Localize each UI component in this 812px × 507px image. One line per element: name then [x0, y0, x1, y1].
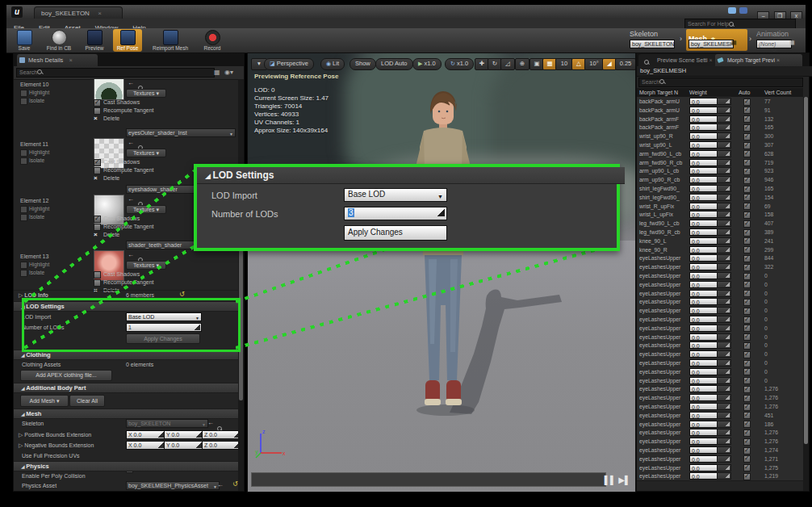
- neg-bounds-y-input[interactable]: Y 0.0: [164, 441, 203, 450]
- morph-auto-checkbox[interactable]: [743, 237, 751, 245]
- morph-auto-checkbox[interactable]: [743, 429, 751, 437]
- physics-asset-dropdown[interactable]: boy_SKELMESH_PhysicsAsset▼: [126, 481, 220, 490]
- morph-weight-input[interactable]: 0.0: [689, 438, 720, 445]
- morph-auto-checkbox[interactable]: [743, 107, 751, 114]
- morph-auto-checkbox[interactable]: [743, 168, 751, 175]
- morph-scrollbar[interactable]: [803, 97, 809, 491]
- pos-bounds-x-input[interactable]: X 0.0: [126, 430, 165, 439]
- grid-view-icon[interactable]: ▦: [214, 69, 220, 76]
- lod-auto-button[interactable]: LOD Auto: [375, 58, 413, 70]
- morph-auto-checkbox[interactable]: [743, 368, 751, 375]
- grid-snap-value[interactable]: 10: [555, 58, 573, 70]
- toolbar-record-button[interactable]: Record: [199, 29, 226, 52]
- animation-grid-icon[interactable]: ▦: [789, 40, 795, 46]
- morph-weight-input[interactable]: 0.0: [689, 107, 720, 114]
- neg-bounds-x-input[interactable]: X 0.0: [126, 441, 165, 450]
- morph-weight-spinner[interactable]: [717, 298, 731, 305]
- toolbar-ref-pose-button[interactable]: Ref Pose: [113, 29, 142, 52]
- morph-scrollbar-thumb[interactable]: [804, 97, 808, 444]
- morph-weight-spinner[interactable]: [717, 176, 731, 183]
- morph-auto-checkbox[interactable]: [743, 142, 751, 149]
- skeleton-dropdown[interactable]: boy_SKELETON▼: [126, 419, 208, 428]
- morph-weight-input[interactable]: 0.0: [689, 455, 720, 463]
- morph-auto-checkbox[interactable]: [743, 186, 751, 193]
- morph-weight-input[interactable]: 0.0: [689, 316, 720, 323]
- morph-auto-checkbox[interactable]: [743, 351, 751, 358]
- morph-weight-input[interactable]: 0.0: [689, 124, 720, 131]
- morph-auto-checkbox[interactable]: [743, 464, 751, 471]
- morph-weight-input[interactable]: 0.0: [689, 98, 720, 105]
- morph-weight-input[interactable]: 0.0: [689, 290, 720, 297]
- morph-weight-input[interactable]: 0.0: [689, 132, 720, 140]
- highlight-checkbox[interactable]: [20, 206, 27, 213]
- material-thumbnail-eye[interactable]: [94, 79, 124, 100]
- tab-close-icon[interactable]: ×: [69, 57, 72, 64]
- morph-weight-input[interactable]: 0.0: [689, 403, 720, 410]
- breadcrumb-skeleton[interactable]: Skeleton boy_SKELETON: [630, 30, 681, 52]
- isolate-checkbox[interactable]: [20, 157, 27, 165]
- morph-auto-checkbox[interactable]: [743, 133, 751, 140]
- cast-shadows-checkbox[interactable]: [94, 216, 101, 223]
- column-morph-target[interactable]: Morph Target N: [639, 88, 678, 97]
- morph-auto-checkbox[interactable]: [743, 342, 751, 350]
- morph-auto-checkbox[interactable]: [743, 124, 751, 132]
- morph-weight-spinner[interactable]: [717, 412, 731, 419]
- morph-auto-checkbox[interactable]: [743, 194, 751, 201]
- morph-weight-spinner[interactable]: [717, 446, 731, 454]
- morph-weight-input[interactable]: 0.0: [689, 246, 720, 254]
- morph-weight-spinner[interactable]: [717, 421, 731, 428]
- timeline-scrubber[interactable]: [251, 472, 606, 487]
- mesh-section-header[interactable]: Mesh: [14, 409, 238, 419]
- highlight-checkbox[interactable]: [20, 90, 27, 97]
- morph-auto-checkbox[interactable]: [743, 220, 751, 228]
- details-search-input[interactable]: Search: [16, 68, 215, 78]
- highlight-checkbox[interactable]: [20, 149, 27, 157]
- apply-changes-button[interactable]: Apply Changes: [344, 225, 447, 241]
- morph-auto-checkbox[interactable]: [743, 246, 751, 254]
- morph-weight-input[interactable]: 0.0: [689, 446, 720, 454]
- lit-mode-button[interactable]: ◉Lit: [320, 58, 345, 70]
- morph-weight-input[interactable]: 0.0: [689, 325, 720, 332]
- document-tab[interactable]: boy_SKELETON ×: [34, 6, 123, 19]
- morph-weight-input[interactable]: 0.0: [689, 368, 720, 375]
- spinner-icon[interactable]: [158, 442, 164, 448]
- delete-x-icon[interactable]: ×: [94, 115, 98, 122]
- morph-weight-spinner[interactable]: [717, 124, 731, 131]
- morph-auto-checkbox[interactable]: [743, 177, 751, 184]
- number-of-lods-input[interactable]: 3: [344, 207, 447, 220]
- morph-weight-spinner[interactable]: [717, 263, 731, 270]
- morph-weight-spinner[interactable]: [717, 377, 731, 384]
- show-menu-button[interactable]: Show: [349, 58, 376, 70]
- morph-weight-spinner[interactable]: [717, 472, 731, 480]
- morph-weight-input[interactable]: 0.0: [689, 211, 720, 218]
- turntable-speed-button[interactable]: ↻x1.0: [445, 58, 474, 70]
- morph-weight-spinner[interactable]: [717, 132, 731, 140]
- morph-weight-input[interactable]: 0.0: [689, 185, 720, 192]
- morph-auto-checkbox[interactable]: [743, 316, 751, 324]
- toolbar-reimport-mesh-button[interactable]: Reimport Mesh: [145, 29, 195, 52]
- morph-auto-checkbox[interactable]: [743, 438, 751, 446]
- morph-weight-input[interactable]: 0.0: [689, 281, 720, 288]
- visibility-filter-icon[interactable]: ◉▾: [224, 69, 233, 76]
- morph-weight-spinner[interactable]: [717, 455, 731, 463]
- morph-auto-checkbox[interactable]: [743, 473, 751, 480]
- morph-weight-spinner[interactable]: [717, 228, 731, 236]
- morph-weight-input[interactable]: 0.0: [689, 385, 720, 392]
- morph-weight-input[interactable]: 0.0: [689, 359, 720, 367]
- morph-weight-input[interactable]: 0.0: [689, 350, 720, 358]
- morph-weight-input[interactable]: 0.0: [689, 194, 720, 201]
- morph-search-input[interactable]: Search: [638, 78, 803, 87]
- morph-auto-checkbox[interactable]: [743, 281, 751, 288]
- tab-preview-scene-settings[interactable]: Preview Scene Setti ×: [638, 54, 719, 66]
- morph-auto-checkbox[interactable]: [743, 377, 751, 384]
- morph-weight-input[interactable]: 0.0: [689, 141, 720, 149]
- morph-auto-checkbox[interactable]: [743, 299, 751, 306]
- details-scrollbar[interactable]: [238, 79, 244, 491]
- morph-auto-checkbox[interactable]: [743, 333, 751, 341]
- pos-bounds-y-input[interactable]: Y 0.0: [164, 430, 203, 439]
- toolbar-save-button[interactable]: Save: [11, 29, 37, 52]
- morph-auto-checkbox[interactable]: [743, 159, 751, 166]
- textures-button[interactable]: Textures ▾: [126, 149, 166, 157]
- morph-auto-checkbox[interactable]: [743, 150, 751, 157]
- morph-weight-input[interactable]: 0.0: [689, 472, 720, 480]
